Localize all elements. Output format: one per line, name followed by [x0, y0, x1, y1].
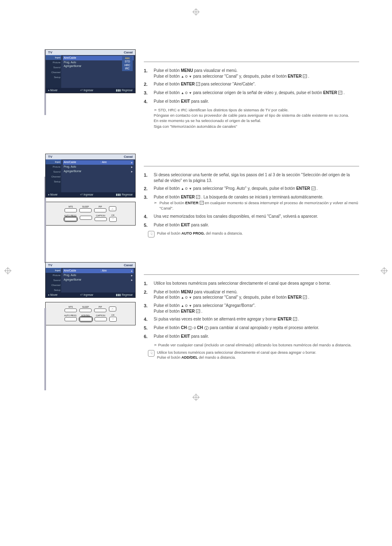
step-text: Si pulsa varias veces este botón se alte…: [154, 316, 359, 323]
step-text: Pulse el botón EXIT para salir.: [154, 222, 359, 228]
remote-btn-ch-up: ︿: [109, 306, 116, 311]
remote-tip: ☟ Pulse el botón AUTO PROG. del mando a …: [148, 231, 359, 237]
step-text: Pulse el botón MENU para visualizar el m…: [154, 289, 359, 300]
remote-tip: ☟ Utilice los botones numéricos para sel…: [148, 350, 359, 360]
remote-btn-mts: [65, 208, 77, 212]
remote-btn-adddel: [80, 317, 92, 321]
step-text: Pulse el botón ▲ o ▼ para seleccionar or…: [154, 90, 359, 96]
remote-btn-autoprog: [65, 217, 77, 221]
remote-tip-icon: ☟: [148, 350, 154, 357]
enter-icon: ⏎: [338, 91, 342, 94]
step-number: 5.: [144, 325, 150, 331]
remote-btn-pip: [94, 309, 106, 313]
enter-icon: ⏎: [311, 187, 316, 190]
osd-panel: TVCanal Input Picture Sound Channel Setu…: [45, 154, 136, 198]
osd-side-input: Input: [46, 55, 61, 60]
step-number: 3.: [144, 90, 150, 96]
remote-btn-ch-down: ﹀: [109, 217, 117, 222]
remote-tip-icon: ☟: [148, 231, 154, 237]
remote-btn-ch-down: ﹀: [109, 317, 117, 322]
step-text: Pulse el botón ▲ o ▼ para seleccionar "A…: [154, 303, 359, 314]
remote-btn-ch-up: ︿: [109, 206, 116, 211]
remote-btn-blank: [80, 216, 92, 220]
step-number: 5.: [144, 222, 150, 228]
step-text: Utilice los botones numéricos para selec…: [154, 281, 359, 287]
step-text: Pulse el botón ENTER ⏎ para seleccionar …: [154, 81, 359, 88]
osd-side-channel: Channel: [46, 70, 61, 75]
step-text: Una vez memorizados todos los canales di…: [154, 214, 359, 220]
remote-btn-pip: [94, 208, 106, 212]
section-auto-prog: TVCanal Input Picture Sound Channel Setu…: [45, 154, 359, 237]
step-number: 4.: [144, 99, 150, 105]
step-number: 4.: [144, 316, 150, 323]
enter-icon: ⏎: [196, 82, 200, 86]
remote-btn-mts: [65, 309, 77, 313]
remote-illustration: MTS SLEEP PIP ︿ AUTO PROG. CAPTION CH﹀: [45, 202, 136, 226]
step-text: Pulse el botón ENTER ⏎ . La búsqueda de …: [154, 194, 359, 211]
section-rule: [144, 166, 359, 166]
step-number: 3.: [144, 303, 150, 314]
remote-btn-autoprog: [65, 317, 77, 321]
enter-icon: ⏎: [200, 201, 204, 205]
osd-row-add: Agregar/Borrar: [64, 65, 81, 67]
section-add-del: TVCanal Input Picture Sound Channel Setu…: [45, 262, 359, 360]
osd-options-dropdown: Aire STD HRC IRC: [122, 56, 133, 71]
osd-side-setup: Setup: [46, 75, 61, 80]
enter-icon: ⏎: [303, 74, 307, 78]
step-number: 6.: [144, 334, 150, 340]
section-rule: [144, 274, 359, 275]
registration-mark-right: [380, 267, 388, 274]
enter-icon: ⏎: [303, 295, 307, 299]
osd-side-sound: Sound: [46, 65, 61, 70]
step-text: Si desea seleccionar una fuente de señal…: [154, 172, 359, 183]
remote-btn-caption: [95, 217, 107, 221]
note-block: ➣ STD, HRC e IRC identifican los distint…: [154, 107, 359, 129]
step-number: 2.: [144, 289, 150, 300]
ch-up-icon: ∧: [188, 326, 192, 330]
remote-btn-sleep: [79, 208, 92, 212]
section-rule: [144, 62, 359, 62]
section-signal-source: TVCanal Input Picture Sound Channel Setu…: [45, 49, 359, 129]
step-number: 1.: [144, 281, 150, 287]
remote-btn-sleep: [79, 309, 92, 313]
step-number: 4.: [144, 214, 150, 220]
step-number: 2.: [144, 81, 150, 88]
registration-mark-top: [192, 8, 200, 16]
step-text: Pulse el botón ▲ o ▼ para seleccionar "P…: [154, 186, 359, 192]
step-text: Pulse el botón EXIT para salir.: [154, 334, 359, 340]
osd-tv-label: TV: [48, 51, 52, 54]
step-number: 2.: [144, 186, 150, 192]
enter-icon: ⏎: [293, 317, 297, 321]
step-number: 1.: [144, 172, 150, 183]
step-text: Pulse el botón MENU para visualizar el m…: [154, 68, 359, 79]
step-number: 1.: [144, 68, 150, 79]
step-text: Pulse el botón EXIT para salir.: [154, 99, 359, 105]
osd-panel: TVCanal Input Picture Sound Channel Setu…: [45, 49, 136, 93]
registration-mark-left: [4, 267, 12, 274]
registration-mark-bottom: [192, 394, 200, 401]
osd-row-aircable: Aire/Cable: [64, 56, 76, 60]
note-block: ➣ Puede ver cualquier canal (incluido un…: [154, 342, 359, 348]
osd-panel: TVCanal Input Picture Sound Channel Setu…: [45, 262, 136, 298]
step-number: 3.: [144, 194, 150, 211]
step-text: Pulse el botón CH ∧ o CH ∨ para cambiar …: [154, 325, 359, 331]
enter-icon: ⏎: [196, 195, 200, 199]
remote-btn-caption: [95, 317, 107, 321]
section-accent-bar: [44, 308, 46, 390]
osd-side-picture: Picture: [46, 60, 61, 65]
osd-row-prog: Prog. Auto: [64, 61, 76, 64]
osd-title: Canal: [124, 51, 133, 54]
ch-down-icon: ∨: [204, 326, 209, 330]
enter-icon: ⏎: [196, 309, 200, 313]
remote-illustration: MTS SLEEP PIP ︿ AUTO PROG. ADD/DEL CAPTI…: [45, 302, 136, 326]
